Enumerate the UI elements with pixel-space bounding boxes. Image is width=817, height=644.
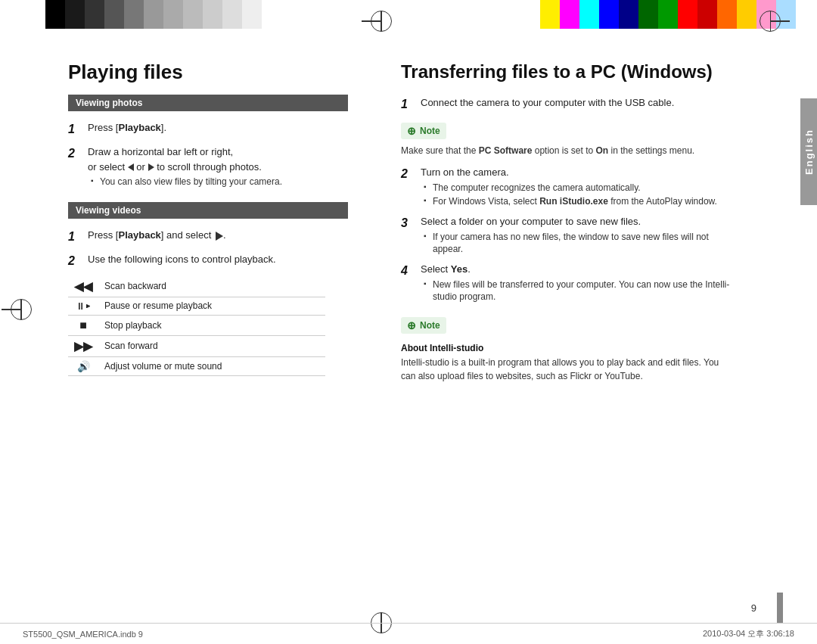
step-text-2: Draw a horizontal bar left or right, or … <box>88 145 348 188</box>
transfer-step-4: 4 Select Yes. New files will be transfer… <box>401 262 734 303</box>
icon-volume: 🔊 <box>68 356 98 375</box>
transfer-step-num-4: 4 <box>401 262 418 303</box>
icon-pause-resume: ⏸▶ <box>68 297 98 315</box>
transfer-step-num-2: 2 <box>401 165 418 208</box>
footer-right: 2010-03-04 오후 3:06:18 <box>703 628 794 639</box>
step3-bullet1: If your camera has no new files, the win… <box>421 231 734 257</box>
step2-bullet1: The computer recognizes the camera autom… <box>421 182 734 194</box>
note-text-1: Make sure that the PC Software option is… <box>401 144 734 157</box>
page-bar <box>777 593 783 623</box>
videos-step-1: 1 Press [Playback] and select . <box>68 228 348 246</box>
left-column: Playing files Viewing photos 1 Press [Pl… <box>0 45 371 621</box>
viewing-photos-section: Viewing photos 1 Press [Playback]. 2 Dra… <box>68 95 348 188</box>
volume-label: Adjust volume or mute sound <box>98 356 325 375</box>
viewing-photos-header: Viewing photos <box>68 95 348 111</box>
left-section-title: Playing files <box>68 61 348 84</box>
viewing-videos-header: Viewing videos <box>68 202 348 219</box>
videos-step-text-2: Use the following icons to control playb… <box>88 252 348 270</box>
stop-label: Stop playback <box>98 315 325 335</box>
note-label-2: Note <box>420 320 440 331</box>
note-icon-1: ⊕ <box>407 125 416 137</box>
transfer-step-text-2: Turn on the camera. The computer recogni… <box>421 165 734 208</box>
icon-scan-forward: ▶▶ <box>68 335 98 356</box>
bottom-note-area: ⊕ Note About Intelli-studio Intelli-stud… <box>401 314 734 383</box>
about-intelli-title: About Intelli-studio <box>401 343 734 353</box>
content-area: Playing files Viewing photos 1 Press [Pl… <box>0 45 817 621</box>
reg-cross-h-top-right <box>770 20 790 22</box>
step2-bullet2: For Windows Vista, select Run iStudio.ex… <box>421 195 734 208</box>
icon-scan-backward: ◀◀ <box>68 276 98 297</box>
transfer-step-text-4: Select Yes. New files will be transferre… <box>421 262 734 303</box>
table-row: ◀◀ Scan backward <box>68 276 325 297</box>
transfer-step-1: 1 Connect the camera to your computer wi… <box>401 95 734 114</box>
table-row: ▶▶ Scan forward <box>68 335 325 356</box>
reg-cross-v-top <box>381 11 382 31</box>
videos-step-text-1: Press [Playback] and select . <box>88 228 348 246</box>
scan-backward-label: Scan backward <box>98 276 325 297</box>
photos-step-2-bullet: You can also view files by tilting your … <box>88 176 348 188</box>
transfer-step-3: 3 Select a folder on your computer to sa… <box>401 214 734 256</box>
photos-step-2: 2 Draw a horizontal bar left or right, o… <box>68 145 348 188</box>
step-num-1: 1 <box>68 120 85 138</box>
viewing-videos-section: Viewing videos 1 Press [Playback] and se… <box>68 202 348 376</box>
videos-step-num-2: 2 <box>68 252 85 270</box>
play-icon <box>216 232 223 241</box>
side-tab-text: English <box>803 129 815 175</box>
icon-stop: ■ <box>68 315 98 335</box>
table-row: 🔊 Adjust volume or mute sound <box>68 356 325 375</box>
page-number: 9 <box>751 602 756 614</box>
arrow-left-icon <box>128 163 134 171</box>
scan-forward-label: Scan forward <box>98 335 325 356</box>
transfer-step-text-1: Connect the camera to your computer with… <box>421 95 734 114</box>
videos-step-2: 2 Use the following icons to control pla… <box>68 252 348 270</box>
step-num-2: 2 <box>68 145 85 188</box>
step4-bullet1: New files will be transferred to your co… <box>421 278 734 304</box>
right-section-title: Transferring files to a PC (Windows) <box>401 61 734 83</box>
footer-left: ST5500_QSM_AMERICA.indb 9 <box>23 630 143 639</box>
note-label-1: Note <box>420 126 440 136</box>
reg-cross-v-top-right <box>770 11 772 31</box>
table-row: ■ Stop playback <box>68 315 325 335</box>
step-text-1: Press [Playback]. <box>88 120 348 138</box>
transfer-step-2: 2 Turn on the camera. The computer recog… <box>401 165 734 208</box>
about-intelli-text: Intelli-studio is a built-in program tha… <box>401 356 734 383</box>
side-tab: English <box>800 98 817 205</box>
photos-step-1: 1 Press [Playback]. <box>68 120 348 138</box>
note-box-1: ⊕ Note <box>401 123 446 139</box>
top-color-bar <box>0 0 817 29</box>
table-row: ⏸▶ Pause or resume playback <box>68 297 325 315</box>
arrow-right-icon <box>148 163 154 171</box>
pause-resume-label: Pause or resume playback <box>98 297 325 315</box>
right-column: Transferring files to a PC (Windows) 1 C… <box>371 45 779 621</box>
footer: ST5500_QSM_AMERICA.indb 9 2010-03-04 오후 … <box>0 623 817 644</box>
videos-step-num-1: 1 <box>68 228 85 246</box>
transfer-step-text-3: Select a folder on your computer to save… <box>421 214 734 256</box>
transfer-step-num-3: 3 <box>401 214 418 256</box>
note-box-2: ⊕ Note <box>401 317 446 334</box>
control-table: ◀◀ Scan backward ⏸▶ Pause or resume play… <box>68 276 325 376</box>
note-icon-2: ⊕ <box>407 319 416 331</box>
reg-cross-h-top <box>362 20 381 22</box>
transfer-step-num-1: 1 <box>401 95 418 114</box>
